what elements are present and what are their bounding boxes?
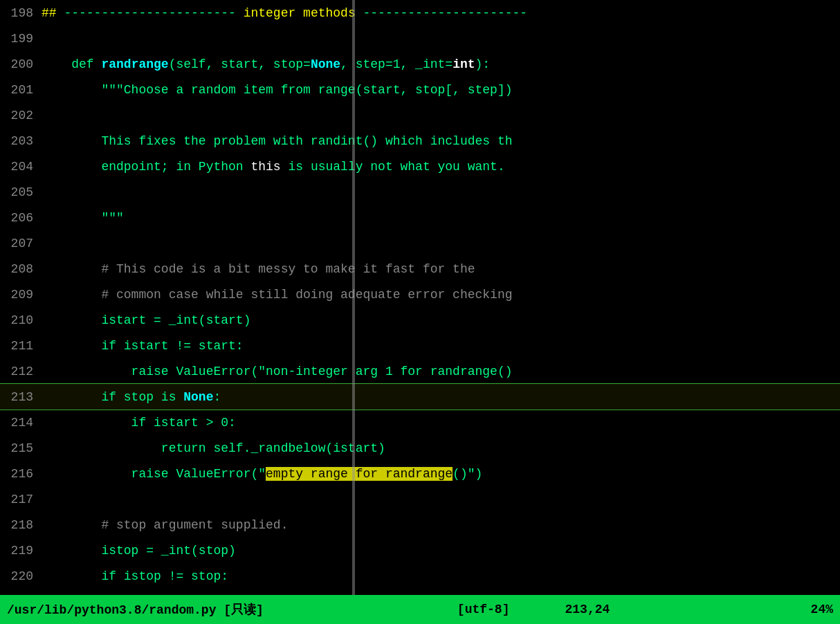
line-content: if istop != stop: [42, 569, 840, 583]
line-number: 210 [0, 313, 42, 327]
line-content: if stop is None: [42, 390, 840, 404]
line-number: 208 [0, 262, 42, 276]
line-number: 198 [0, 6, 42, 20]
line-content: return self._randbelow(istart) [42, 441, 840, 455]
code-line-205: 205 [0, 179, 840, 205]
line-content: raise ValueError("non-integer arg 1 for … [42, 365, 840, 378]
code-line-204: 204 endpoint; in Python this is usually … [0, 154, 840, 179]
line-content: # common case while still doing adequate… [42, 288, 840, 302]
line-content: ## ----------------------- integer metho… [42, 6, 840, 20]
status-percent: 24% [811, 603, 833, 616]
line-number: 219 [0, 544, 42, 558]
line-number: 200 [0, 57, 42, 71]
code-line-210: 210 istart = _int(start) [0, 307, 840, 333]
code-line-206: 206 """ [0, 205, 840, 230]
line-content: if istart != start: [42, 339, 840, 353]
code-line-211: 211 if istart != start: [0, 333, 840, 358]
status-file: /usr/lib/python3.8/random.py [只读] [7, 601, 264, 618]
code-line-201: 201 """Choose a random item from range(s… [0, 77, 840, 102]
code-line-214: 214 if istart > 0: [0, 410, 840, 435]
code-line-213: 213 if stop is None: [0, 384, 840, 410]
line-content: # This code is a bit messy to make it fa… [42, 262, 840, 276]
code-line-219: 219 istop = _int(stop) [0, 538, 840, 563]
line-number: 214 [0, 416, 42, 430]
code-line-215: 215 return self._randbelow(istart) [0, 435, 840, 461]
code-line-218: 218 # stop argument supplied. [0, 512, 840, 538]
code-line-200: 200 def randrange(self, start, stop=None… [0, 51, 840, 77]
code-area: 198## ----------------------- integer me… [0, 0, 840, 595]
line-number: 212 [0, 365, 42, 378]
line-number: 207 [0, 237, 42, 250]
code-line-203: 203 This fixes the problem with randint(… [0, 128, 840, 154]
code-line-202: 202 [0, 102, 840, 128]
line-number: 215 [0, 441, 42, 455]
code-line-207: 207 [0, 230, 840, 256]
line-content: def randrange(self, start, stop=None, st… [42, 57, 840, 71]
status-position: 213,24 [565, 603, 610, 616]
line-number: 203 [0, 134, 42, 148]
code-line-220: 220 if istop != stop: [0, 563, 840, 589]
status-bar: /usr/lib/python3.8/random.py [只读] [utf-8… [0, 595, 840, 624]
line-content: """ [42, 211, 840, 225]
code-line-208: 208 # This code is a bit messy to make i… [0, 256, 840, 282]
line-number: 206 [0, 211, 42, 225]
line-number: 213 [0, 390, 42, 404]
code-line-209: 209 # common case while still doing adeq… [0, 282, 840, 307]
line-content: istop = _int(stop) [42, 544, 840, 558]
line-number: 205 [0, 185, 42, 199]
line-number: 202 [0, 109, 42, 122]
code-line-199: 199 [0, 26, 840, 51]
line-number: 216 [0, 467, 42, 481]
line-content: istart = _int(start) [42, 313, 840, 327]
line-number: 201 [0, 83, 42, 97]
code-line-198: 198## ----------------------- integer me… [0, 0, 840, 26]
line-number: 199 [0, 32, 42, 46]
line-number: 217 [0, 493, 42, 506]
code-line-212: 212 raise ValueError("non-integer arg 1 … [0, 358, 840, 384]
line-number: 218 [0, 518, 42, 532]
code-line-216: 216 raise ValueError("empty range for ra… [0, 461, 840, 486]
line-content: if istart > 0: [42, 416, 840, 430]
line-number: 211 [0, 339, 42, 353]
line-content: endpoint; in Python this is usually not … [42, 160, 840, 174]
line-number: 209 [0, 288, 42, 302]
line-content: """Choose a random item from range(start… [42, 83, 840, 97]
line-number: 220 [0, 569, 42, 583]
status-encoding: [utf-8] [457, 603, 510, 616]
line-content: # stop argument supplied. [42, 518, 840, 532]
line-content: This fixes the problem with randint() wh… [42, 134, 840, 148]
line-number: 204 [0, 160, 42, 174]
code-line-217: 217 [0, 486, 840, 512]
code-editor: 198## ----------------------- integer me… [0, 0, 840, 595]
line-content: raise ValueError("empty range for randra… [42, 467, 840, 481]
